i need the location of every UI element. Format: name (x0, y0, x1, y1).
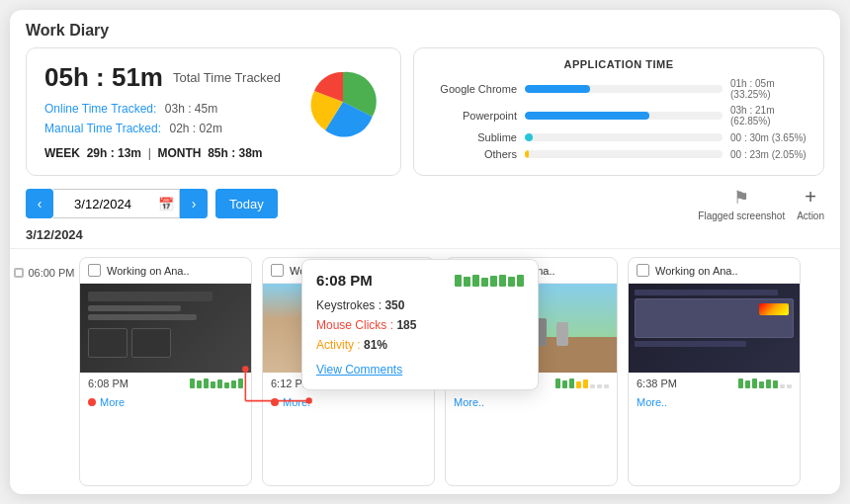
popup-bar (517, 275, 524, 287)
popup-mouse-label: Mouse Clicks : (316, 318, 393, 332)
popup-bar (472, 275, 479, 287)
screenshot-card-4: Working on Ana.. 6:38 PM (628, 257, 801, 486)
popup-bar (464, 277, 470, 287)
time-hours: 05h (44, 62, 89, 92)
time-col-value: 06:00 PM (28, 267, 74, 279)
activity-bars-3 (555, 378, 609, 388)
svg-point-3 (242, 366, 248, 372)
act-bar (555, 378, 560, 388)
card-title-4: Working on Ana.. (655, 265, 738, 277)
total-time: 05h : 51m (44, 62, 163, 93)
today-button[interactable]: Today (215, 189, 278, 218)
popup-time: 6:08 PM (316, 272, 373, 289)
app-row-chrome: Google Chrome 01h : 05m (33.25%) (428, 78, 809, 100)
act-bar (583, 379, 588, 388)
top-section: 05h : 51m Total Time Tracked Online Time… (10, 47, 840, 186)
next-date-button[interactable]: › (180, 189, 208, 218)
app-row-ppt: Powerpoint 03h : 21m (62.85%) (428, 105, 809, 126)
month-value: 85h : 38m (208, 146, 262, 160)
week-label: WEEK (44, 146, 80, 160)
activity-bars-4 (738, 378, 792, 388)
popup-keystrokes: Keystrokes : 350 (316, 298, 524, 312)
manual-time-label[interactable]: Manual Time Tracked: (44, 122, 161, 135)
pie-chart (303, 62, 382, 145)
app-pct-chrome: 01h : 05m (33.25%) (730, 78, 809, 100)
popup-activity: Activity : 81% (316, 338, 524, 352)
bar-fill-sublime (525, 133, 533, 141)
popup-bars (455, 275, 524, 287)
card-checkbox-1[interactable] (88, 264, 101, 277)
act-bar (738, 378, 743, 388)
date-nav: ‹ 📅 › Today ⚑ Flagged screenshot + Actio… (10, 186, 840, 221)
app-time-card: APPLICATION TIME Google Chrome 01h : 05m… (413, 47, 824, 176)
flagged-screenshot-button[interactable]: ⚑ Flagged screenshot (698, 187, 785, 221)
app-pct-ppt: 03h : 21m (62.85%) (730, 105, 809, 126)
card-img-1 (80, 284, 251, 373)
act-bar (231, 380, 236, 388)
total-time-label: Total Time Tracked (173, 70, 281, 85)
act-bar (766, 379, 771, 388)
popup-activity-label: Activity : (316, 338, 361, 352)
more-link-1[interactable]: More (80, 394, 251, 414)
time-sep: : (89, 62, 112, 92)
act-bar (773, 380, 778, 388)
app-time-title: APPLICATION TIME (428, 58, 809, 70)
act-bar (211, 381, 215, 388)
time-col-label: 06:00 PM (14, 267, 74, 279)
view-comments-link[interactable]: View Comments (316, 363, 402, 377)
time-minutes: 51m (112, 62, 163, 92)
popup-mouse: Mouse Clicks : 185 (316, 318, 524, 332)
date-input[interactable] (53, 189, 152, 218)
popup-keystrokes-value: 350 (384, 298, 404, 312)
time-dot (14, 268, 24, 278)
popup-bar (508, 277, 515, 287)
card-title-1: Working on Ana.. (107, 265, 190, 277)
card-header-1: Working on Ana.. (80, 258, 251, 284)
bar-fill-chrome (525, 85, 590, 93)
online-time-label[interactable]: Online Time Tracked: (44, 102, 156, 116)
flagged-label: Flagged screenshot (698, 210, 785, 221)
act-bar (604, 384, 609, 388)
popup-mouse-value: 185 (396, 318, 416, 332)
more-link-4[interactable]: More.. (629, 394, 800, 414)
card-checkbox-2[interactable] (271, 264, 284, 277)
card-img-4 (629, 284, 800, 373)
action-button[interactable]: + Action (797, 186, 824, 221)
page-title: Work Diary (10, 10, 840, 47)
act-bar (590, 384, 595, 388)
action-label: Action (797, 210, 824, 221)
act-bar (745, 380, 750, 388)
popup-bar (455, 275, 462, 287)
act-bar (217, 379, 222, 388)
calendar-icon[interactable]: 📅 (152, 189, 180, 218)
screenshot-card-1: Working on Ana.. 6:08 PM (79, 257, 252, 486)
popup-activity-value: 81% (364, 338, 387, 352)
more-link-3[interactable]: More.. (446, 394, 617, 414)
manual-time-value: 02h : 02m (170, 122, 222, 135)
time-card: 05h : 51m Total Time Tracked Online Time… (26, 47, 401, 176)
act-bar (562, 380, 567, 388)
card-checkbox-4[interactable] (637, 264, 649, 277)
date-heading: 3/12/2024 (10, 227, 840, 249)
act-bar (224, 382, 229, 388)
act-bar (569, 378, 574, 388)
more-label-1: More (100, 396, 125, 408)
bar-fill-ppt (525, 112, 649, 120)
bar-bg-others (525, 150, 722, 158)
app-name-chrome: Google Chrome (428, 83, 517, 95)
act-bar (780, 384, 785, 388)
app-pct-others: 00 : 23m (2.05%) (730, 149, 809, 160)
app-name-sublime: Sublime (428, 131, 517, 143)
act-bar (197, 380, 202, 388)
screenshots-row: Working on Ana.. 6:08 PM (79, 249, 840, 494)
month-label: MONTH (157, 146, 201, 160)
app-name-ppt: Powerpoint (428, 110, 517, 122)
prev-date-button[interactable]: ‹ (26, 189, 53, 218)
act-bar (190, 378, 195, 388)
app-row-sublime: Sublime 00 : 30m (3.65%) (428, 131, 809, 143)
card-header-4: Working on Ana.. (629, 258, 800, 284)
activity-bars-1 (190, 378, 243, 388)
right-actions: ⚑ Flagged screenshot + Action (698, 186, 824, 221)
popup-bar (499, 275, 506, 287)
act-bar (576, 381, 581, 388)
